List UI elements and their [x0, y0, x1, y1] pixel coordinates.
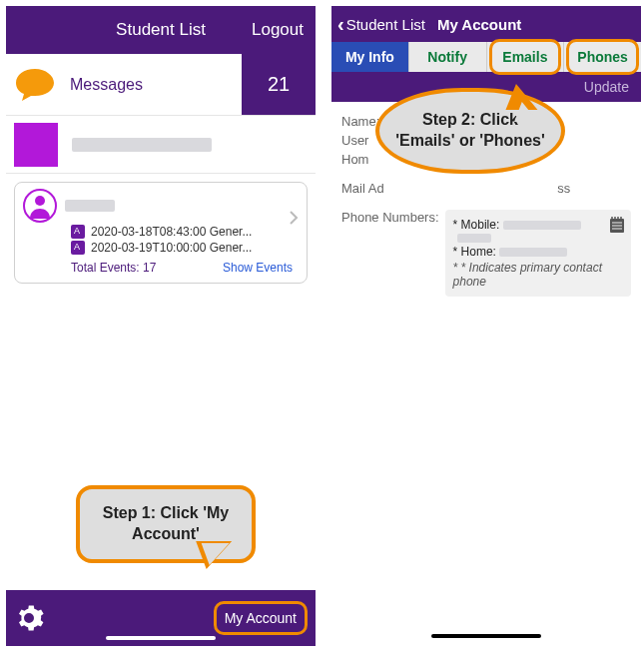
header-title: My Account — [437, 16, 521, 33]
chevron-left-icon: ‹ — [337, 13, 344, 36]
my-account-button[interactable]: My Account — [214, 601, 308, 635]
phone-numbers-block: * Mobile: * Home: * * Indicates primary … — [445, 210, 631, 297]
event-app-icon — [71, 225, 85, 239]
student-card[interactable]: 2020-03-18T08:43:00 Gener... 2020-03-19T… — [14, 182, 308, 284]
speech-bubble-icon — [14, 67, 56, 103]
messages-row[interactable]: Messages 21 — [6, 54, 316, 116]
callout-step-1: Step 1: Click 'My Account' — [76, 485, 256, 563]
logout-link[interactable]: Logout — [252, 20, 304, 40]
registration-row[interactable] — [6, 116, 316, 174]
primary-contact-note: * * Indicates primary contact phone — [453, 261, 623, 289]
messages-count-badge: 21 — [242, 54, 316, 115]
avatar-icon — [23, 189, 57, 223]
registration-icon — [14, 123, 58, 167]
header-bar: Student List Logout — [6, 6, 316, 54]
back-button[interactable]: ‹ Student List — [337, 13, 425, 36]
update-link[interactable]: Update — [584, 79, 629, 95]
event-line-1: 2020-03-18T08:43:00 Gener... — [71, 225, 299, 239]
messages-label: Messages — [70, 76, 143, 94]
tab-notify[interactable]: Notify — [409, 42, 487, 72]
chevron-right-icon — [289, 211, 299, 229]
messages-left: Messages — [6, 54, 242, 115]
mobile-line: * Mobile: — [453, 218, 623, 232]
tabs-bar: My Info Notify Emails Phones — [331, 42, 641, 72]
svg-point-1 — [35, 196, 45, 206]
callout-step-2: Step 2: Click 'Emails' or 'Phones' — [375, 88, 565, 174]
event-app-icon — [71, 241, 85, 255]
tab-phones[interactable]: Phones — [564, 42, 641, 72]
event-line-2: 2020-03-19T10:00:00 Gener... — [71, 241, 299, 255]
home-line: * Home: — [453, 245, 623, 259]
tab-my-info[interactable]: My Info — [331, 42, 409, 72]
header-bar: ‹ Student List My Account — [331, 6, 641, 42]
gear-icon[interactable] — [14, 603, 44, 633]
footer-bar: My Account — [6, 590, 316, 646]
mail-label: Mail Ad ss — [341, 181, 631, 196]
total-events: Total Events: 17 — [71, 261, 156, 275]
phone-numbers-label: Phone Numbers: — [341, 210, 439, 297]
home-indicator — [106, 636, 216, 640]
home-indicator — [431, 634, 541, 638]
notepad-icon[interactable] — [609, 216, 625, 234]
show-events-link[interactable]: Show Events — [223, 261, 293, 275]
